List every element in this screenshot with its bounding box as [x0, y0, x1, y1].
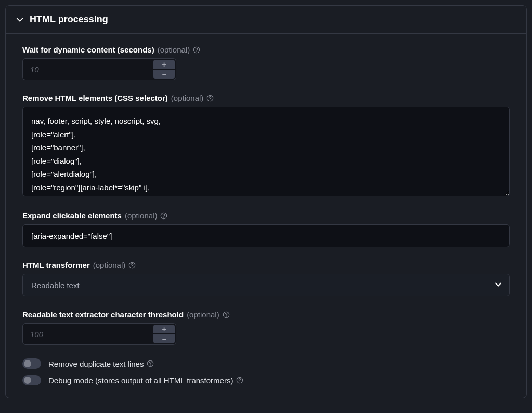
field-toggles: Remove duplicate text lines Debug mode (…: [22, 358, 510, 385]
wait-dynamic-label: Wait for dynamic content (seconds): [22, 45, 154, 54]
html-processing-panel: HTML processing Wait for dynamic content…: [5, 5, 527, 398]
char-threshold-input[interactable]: [22, 323, 153, 345]
field-label-row: HTML transformer (optional): [22, 261, 510, 269]
field-html-transformer: HTML transformer (optional) Readable tex…: [22, 261, 510, 296]
expand-clickable-label: Expand clickable elements: [22, 211, 122, 220]
help-icon[interactable]: [206, 95, 214, 102]
help-icon[interactable]: [193, 46, 200, 54]
increment-button[interactable]: +: [153, 60, 175, 69]
number-spinner: + −: [153, 323, 176, 345]
help-icon[interactable]: [147, 360, 154, 367]
expand-clickable-input[interactable]: [22, 224, 510, 247]
panel-header[interactable]: HTML processing: [6, 6, 526, 34]
help-icon[interactable]: [223, 311, 230, 318]
char-threshold-label: Readable text extractor character thresh…: [22, 310, 184, 319]
toggle-thumb: [24, 377, 31, 384]
html-transformer-label: HTML transformer: [22, 261, 90, 269]
decrement-button[interactable]: −: [153, 70, 175, 79]
textarea-container: [22, 107, 510, 198]
wait-dynamic-input[interactable]: [22, 58, 153, 80]
html-transformer-select[interactable]: Readable text: [22, 274, 510, 296]
debug-mode-toggle[interactable]: [22, 375, 41, 385]
remove-elements-textarea[interactable]: [22, 107, 510, 196]
remove-duplicate-label: Remove duplicate text lines: [48, 359, 144, 368]
remove-duplicate-toggle[interactable]: [22, 358, 41, 369]
field-label-row: Remove HTML elements (CSS selector) (opt…: [22, 94, 510, 102]
wait-dynamic-input-container: + −: [22, 58, 176, 80]
help-icon[interactable]: [160, 212, 167, 220]
field-label-row: Wait for dynamic content (seconds) (opti…: [22, 45, 510, 54]
number-spinner: + −: [153, 58, 176, 80]
panel-title: HTML processing: [30, 14, 108, 25]
optional-label: (optional): [125, 211, 158, 220]
chevron-down-icon: [16, 16, 23, 23]
toggle-thumb: [24, 360, 31, 367]
field-char-threshold: Readable text extractor character thresh…: [22, 310, 510, 345]
panel-body: Wait for dynamic content (seconds) (opti…: [6, 34, 526, 398]
field-label-row: Expand clickable elements (optional): [22, 211, 510, 220]
decrement-button[interactable]: −: [153, 334, 175, 343]
optional-label: (optional): [158, 45, 190, 54]
toggle-row-remove-duplicate: Remove duplicate text lines: [22, 358, 510, 369]
field-label-row: Readable text extractor character thresh…: [22, 310, 510, 319]
char-threshold-input-container: + −: [22, 323, 176, 345]
field-expand-clickable: Expand clickable elements (optional): [22, 211, 510, 247]
help-icon[interactable]: [236, 377, 243, 384]
debug-mode-label: Debug mode (stores output of all HTML tr…: [48, 376, 233, 385]
help-icon[interactable]: [128, 262, 136, 269]
optional-label: (optional): [187, 310, 219, 319]
field-wait-dynamic: Wait for dynamic content (seconds) (opti…: [22, 45, 510, 80]
field-remove-elements: Remove HTML elements (CSS selector) (opt…: [22, 94, 510, 198]
remove-elements-label: Remove HTML elements (CSS selector): [22, 94, 168, 102]
select-container: Readable text: [22, 274, 510, 296]
toggle-row-debug-mode: Debug mode (stores output of all HTML tr…: [22, 375, 510, 385]
optional-label: (optional): [171, 94, 204, 102]
optional-label: (optional): [93, 261, 126, 269]
increment-button[interactable]: +: [153, 325, 175, 333]
